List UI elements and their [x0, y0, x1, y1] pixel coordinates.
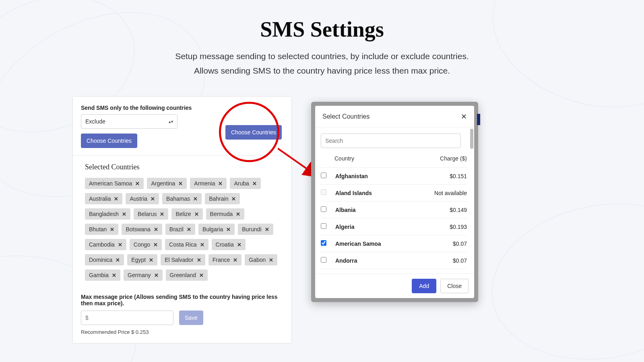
country-tag-label: Cambodia: [89, 241, 115, 248]
country-tag: Congo✕: [130, 239, 162, 250]
country-tag: Austria✕: [126, 193, 159, 204]
country-tag: Egypt✕: [127, 254, 157, 265]
divider: [73, 155, 291, 156]
country-tag-label: Burundi: [242, 226, 261, 232]
country-tag: Brazil✕: [165, 224, 195, 235]
remove-country-icon[interactable]: ✕: [237, 242, 242, 248]
column-header-country: Country: [333, 155, 427, 162]
country-tag: Argentina✕: [147, 178, 187, 189]
country-tag: Australia✕: [85, 193, 122, 204]
remove-country-icon[interactable]: ✕: [199, 272, 204, 278]
modal-close-footer-button[interactable]: Close: [440, 279, 469, 293]
country-tag-label: Argentina: [151, 180, 175, 187]
countries-mode-select[interactable]: [81, 114, 178, 129]
country-row: Andorra$0.07: [321, 252, 467, 269]
country-name: American Samoa: [329, 241, 427, 247]
remove-country-icon[interactable]: ✕: [194, 211, 199, 217]
country-charge: Not available: [427, 190, 467, 196]
remove-country-icon[interactable]: ✕: [135, 181, 140, 187]
country-checkbox[interactable]: [321, 257, 326, 263]
remove-country-icon[interactable]: ✕: [233, 257, 237, 263]
remove-country-icon[interactable]: ✕: [236, 211, 240, 217]
remove-country-icon[interactable]: ✕: [118, 242, 122, 248]
remove-country-icon[interactable]: ✕: [154, 272, 159, 278]
remove-country-icon[interactable]: ✕: [226, 226, 231, 232]
country-tag: Bahrain✕: [205, 193, 240, 204]
scrollbar-thumb[interactable]: [470, 129, 473, 149]
country-tag: Gabon✕: [245, 254, 277, 265]
country-checkbox[interactable]: [321, 173, 326, 178]
country-tag-label: Aruba: [234, 180, 249, 187]
column-header-charge: Charge ($): [427, 155, 467, 162]
modal-add-button[interactable]: Add: [412, 279, 436, 293]
max-price-input[interactable]: [81, 311, 173, 325]
remove-country-icon[interactable]: ✕: [151, 196, 155, 202]
remove-country-icon[interactable]: ✕: [218, 181, 223, 187]
country-tag: Bahamas✕: [162, 193, 202, 204]
remove-country-icon[interactable]: ✕: [114, 196, 118, 202]
country-tag: El Salvador✕: [161, 254, 205, 265]
modal-close-button[interactable]: ✕: [461, 112, 467, 121]
remove-country-icon[interactable]: ✕: [160, 211, 164, 217]
remove-country-icon[interactable]: ✕: [200, 242, 204, 248]
country-tag: Bermuda✕: [206, 208, 245, 220]
desc-line-2: Allows sending SMS to the country having…: [0, 64, 644, 78]
page-description: Setup message sending to selected countr…: [0, 49, 644, 78]
country-tag-label: Belize: [175, 211, 191, 217]
remove-country-icon[interactable]: ✕: [149, 257, 153, 263]
country-row: Aland IslandsNot available: [321, 184, 467, 201]
country-charge: $0.07: [427, 241, 467, 247]
remove-country-icon[interactable]: ✕: [197, 257, 201, 263]
country-tag-label: Bulgaria: [202, 226, 223, 232]
remove-country-icon[interactable]: ✕: [122, 211, 126, 217]
remove-country-icon[interactable]: ✕: [252, 181, 257, 187]
remove-country-icon[interactable]: ✕: [269, 257, 273, 263]
remove-country-icon[interactable]: ✕: [153, 242, 158, 248]
remove-country-icon[interactable]: ✕: [231, 196, 236, 202]
country-tag-label: Costa Rica: [169, 241, 196, 248]
remove-country-icon[interactable]: ✕: [193, 196, 198, 202]
desc-line-1: Setup message sending to selected countr…: [0, 49, 644, 64]
remove-country-icon[interactable]: ✕: [265, 226, 269, 232]
country-tag-label: Belarus: [138, 211, 157, 217]
choose-countries-button[interactable]: Choose Countries: [81, 134, 137, 148]
modal-stripe: [477, 114, 480, 125]
country-row: Algeria$0.193: [321, 218, 467, 235]
country-tag-label: France: [213, 257, 230, 263]
remove-country-icon[interactable]: ✕: [116, 257, 120, 263]
country-checkbox[interactable]: [321, 206, 326, 212]
select-countries-modal: Select Countries ✕ Country Charge ($) Af…: [315, 106, 474, 298]
country-tag: Armenia✕: [190, 178, 227, 189]
country-tag-label: Armenia: [194, 180, 215, 187]
save-button[interactable]: Save: [179, 311, 203, 325]
svg-point-2: [479, 187, 644, 362]
country-name: Afghanistan: [329, 173, 427, 179]
remove-country-icon[interactable]: ✕: [178, 181, 183, 187]
remove-country-icon[interactable]: ✕: [187, 226, 191, 232]
callout-choose-countries-button[interactable]: Choose Countries: [225, 125, 282, 140]
country-tag-label: Croatia: [216, 241, 234, 248]
country-checkbox[interactable]: [321, 223, 326, 229]
remove-country-icon[interactable]: ✕: [110, 226, 114, 232]
country-tag-label: Austria: [130, 195, 147, 202]
country-tag-label: Gambia: [89, 272, 109, 278]
modal-title: Select Countries: [322, 113, 369, 120]
selected-countries-title: Selected Countries: [85, 163, 283, 171]
country-tag: Burundi✕: [238, 224, 273, 235]
country-tag: Belarus✕: [134, 208, 168, 220]
country-charge: $0.149: [427, 207, 467, 213]
country-row: Afghanistan$0.151: [321, 167, 467, 184]
remove-country-icon[interactable]: ✕: [154, 226, 158, 232]
country-search-input[interactable]: [321, 134, 461, 148]
country-row: Albania$0.149: [321, 201, 467, 218]
country-tag-label: Bahamas: [166, 195, 190, 202]
page-title: SMS Settings: [0, 17, 644, 42]
country-tag-label: Botswana: [126, 226, 150, 232]
remove-country-icon[interactable]: ✕: [112, 272, 116, 278]
country-tag: Gambia✕: [85, 269, 120, 281]
country-checkbox: [321, 189, 326, 195]
country-tag-label: Australia: [89, 195, 111, 202]
country-tag-label: Congo: [134, 241, 150, 248]
country-checkbox[interactable]: [321, 240, 326, 246]
country-tag: Cambodia✕: [85, 239, 126, 250]
